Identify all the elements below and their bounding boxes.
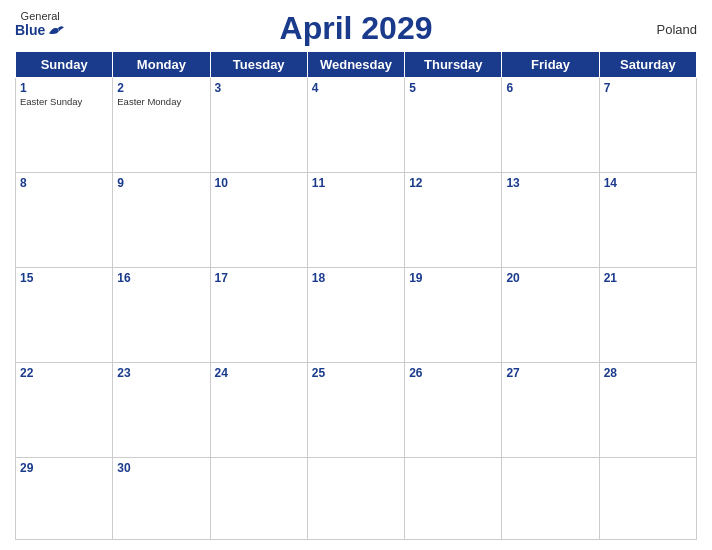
table-row: 4: [307, 78, 404, 173]
day-number: 17: [215, 271, 303, 285]
table-row: 25: [307, 363, 404, 458]
day-number: 4: [312, 81, 400, 95]
logo-general: General: [21, 10, 60, 22]
col-sunday: Sunday: [16, 52, 113, 78]
day-number: 15: [20, 271, 108, 285]
table-row: 28: [599, 363, 696, 458]
table-row: 30: [113, 458, 210, 540]
logo: General Blue: [15, 10, 65, 38]
day-number: 1: [20, 81, 108, 95]
table-row: 27: [502, 363, 599, 458]
calendar: Sunday Monday Tuesday Wednesday Thursday…: [15, 51, 697, 540]
calendar-row: 22232425262728: [16, 363, 697, 458]
table-row: 2Easter Monday: [113, 78, 210, 173]
day-number: 13: [506, 176, 594, 190]
country-label: Poland: [657, 21, 697, 36]
day-number: 22: [20, 366, 108, 380]
day-number: 18: [312, 271, 400, 285]
weekday-header-row: Sunday Monday Tuesday Wednesday Thursday…: [16, 52, 697, 78]
table-row: 9: [113, 173, 210, 268]
day-number: 8: [20, 176, 108, 190]
day-number: 30: [117, 461, 205, 475]
col-saturday: Saturday: [599, 52, 696, 78]
col-thursday: Thursday: [405, 52, 502, 78]
logo-blue: Blue: [15, 22, 65, 38]
holiday-label: Easter Monday: [117, 96, 205, 107]
day-number: 6: [506, 81, 594, 95]
table-row: 20: [502, 268, 599, 363]
table-row: 22: [16, 363, 113, 458]
table-row: 3: [210, 78, 307, 173]
header: General Blue April 2029 Poland: [15, 10, 697, 47]
table-row: 17: [210, 268, 307, 363]
table-row: 23: [113, 363, 210, 458]
day-number: 28: [604, 366, 692, 380]
table-row: 7: [599, 78, 696, 173]
day-number: 19: [409, 271, 497, 285]
day-number: 25: [312, 366, 400, 380]
table-row: 26: [405, 363, 502, 458]
table-row: 5: [405, 78, 502, 173]
table-row: 19: [405, 268, 502, 363]
day-number: 29: [20, 461, 108, 475]
page-title: April 2029: [280, 10, 433, 47]
day-number: 14: [604, 176, 692, 190]
day-number: 20: [506, 271, 594, 285]
table-row: [502, 458, 599, 540]
table-row: [599, 458, 696, 540]
col-monday: Monday: [113, 52, 210, 78]
table-row: 18: [307, 268, 404, 363]
table-row: 6: [502, 78, 599, 173]
table-row: 12: [405, 173, 502, 268]
table-row: 29: [16, 458, 113, 540]
day-number: 27: [506, 366, 594, 380]
day-number: 24: [215, 366, 303, 380]
day-number: 16: [117, 271, 205, 285]
table-row: 13: [502, 173, 599, 268]
day-number: 7: [604, 81, 692, 95]
day-number: 9: [117, 176, 205, 190]
day-number: 21: [604, 271, 692, 285]
table-row: 24: [210, 363, 307, 458]
table-row: 15: [16, 268, 113, 363]
day-number: 5: [409, 81, 497, 95]
table-row: 16: [113, 268, 210, 363]
calendar-row: 2930: [16, 458, 697, 540]
table-row: 8: [16, 173, 113, 268]
day-number: 2: [117, 81, 205, 95]
table-row: [210, 458, 307, 540]
col-wednesday: Wednesday: [307, 52, 404, 78]
table-row: 10: [210, 173, 307, 268]
day-number: 26: [409, 366, 497, 380]
col-tuesday: Tuesday: [210, 52, 307, 78]
table-row: 21: [599, 268, 696, 363]
table-row: 14: [599, 173, 696, 268]
day-number: 3: [215, 81, 303, 95]
table-row: [405, 458, 502, 540]
table-row: 11: [307, 173, 404, 268]
table-row: 1Easter Sunday: [16, 78, 113, 173]
calendar-row: 15161718192021: [16, 268, 697, 363]
col-friday: Friday: [502, 52, 599, 78]
table-row: [307, 458, 404, 540]
calendar-row: 1Easter Sunday2Easter Monday34567: [16, 78, 697, 173]
calendar-row: 891011121314: [16, 173, 697, 268]
day-number: 11: [312, 176, 400, 190]
day-number: 23: [117, 366, 205, 380]
holiday-label: Easter Sunday: [20, 96, 108, 107]
day-number: 12: [409, 176, 497, 190]
day-number: 10: [215, 176, 303, 190]
